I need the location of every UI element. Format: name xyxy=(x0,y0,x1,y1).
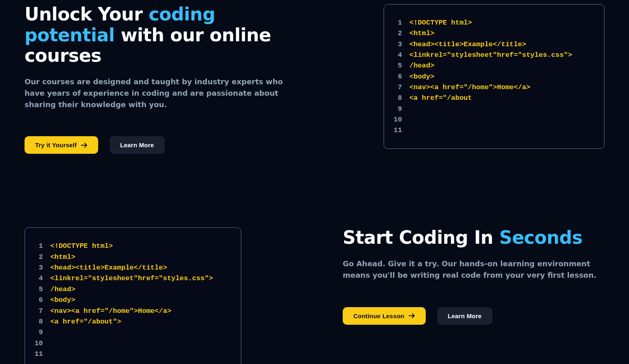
arrow-right-icon xyxy=(409,313,415,319)
arrow-right-icon xyxy=(81,142,88,148)
start-subtitle: Go Ahead. Give it a try. Our hands-on le… xyxy=(343,258,604,281)
hero-subtitle: Our courses are designed and taught by i… xyxy=(25,76,286,110)
learn-more-label: Learn More xyxy=(448,312,482,319)
start-title-pre: Start Coding In xyxy=(343,227,499,248)
start-code-lines: <!DOCTYPE html> <html> <head><title>Exam… xyxy=(50,241,213,360)
start-title: Start Coding In Seconds xyxy=(343,227,604,248)
hero-code-lines: <!DOCTYPE html> <html> <head><title>Exam… xyxy=(409,18,572,136)
start-code-gutter: 1 2 3 4 5 6 7 8 9 10 11 xyxy=(34,241,43,360)
start-title-highlight: Seconds xyxy=(499,227,582,248)
hero-code-card: 1 2 3 4 5 6 7 8 9 10 11 <!DOCTYPE html> … xyxy=(384,4,604,149)
learn-more-button[interactable]: Learn More xyxy=(437,307,492,325)
hero-code-gutter: 1 2 3 4 5 6 7 8 9 10 11 xyxy=(393,18,402,136)
hero-title: Unlock Your coding potential with our on… xyxy=(25,4,286,66)
try-it-yourself-button[interactable]: Try it Yourself xyxy=(25,136,98,154)
hero-title-pre: Unlock Your xyxy=(25,4,148,25)
start-code-card: 1 2 3 4 5 6 7 8 9 10 11 <!DOCTYPE html> … xyxy=(25,227,241,364)
try-it-yourself-label: Try it Yourself xyxy=(35,142,77,148)
continue-lesson-label: Continue Lesson xyxy=(353,312,404,319)
learn-more-label: Learn More xyxy=(120,142,154,148)
learn-more-button[interactable]: Learn More xyxy=(110,136,165,154)
continue-lesson-button[interactable]: Continue Lesson xyxy=(343,307,426,325)
